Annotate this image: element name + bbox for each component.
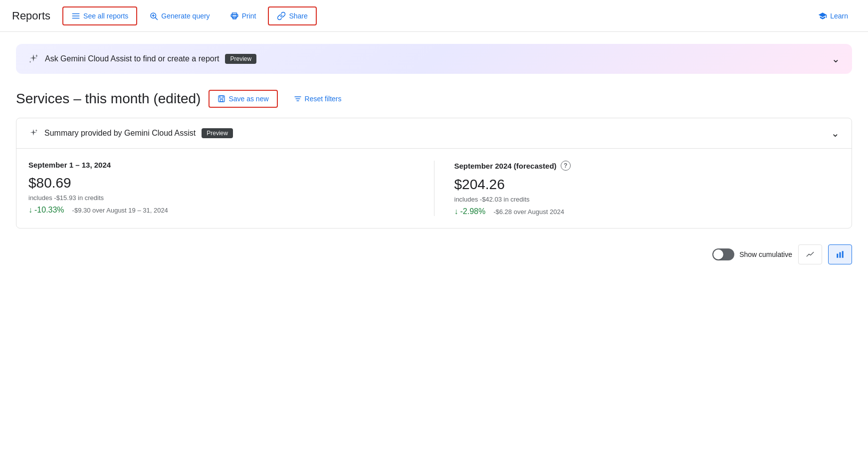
reset-filters-label: Reset filters	[305, 95, 342, 103]
gemini-banner-chevron[interactable]: ⌄	[832, 53, 840, 65]
learn-icon	[818, 11, 827, 20]
summary-amount-2: $204.26	[454, 177, 840, 193]
generate-query-label: Generate query	[161, 12, 210, 20]
search-query-icon	[149, 11, 158, 20]
svg-line-4	[156, 17, 158, 19]
summary-change-pct-1: ↓ -10.33%	[28, 206, 64, 215]
summary-amount-1: $80.69	[28, 175, 414, 191]
change-pct-value-1: -10.33%	[34, 206, 64, 215]
svg-rect-10	[220, 96, 223, 98]
main-content: Ask Gemini Cloud Assist to find or creat…	[0, 32, 868, 280]
summary-card-badge: Preview	[202, 128, 233, 138]
summary-credits-1: includes -$15.93 in credits	[28, 194, 414, 202]
summary-change-detail-1: -$9.30 over August 19 – 31, 2024	[72, 206, 168, 214]
gemini-banner-content: Ask Gemini Cloud Assist to find or creat…	[28, 53, 256, 64]
summary-card-header[interactable]: Summary provided by Gemini Cloud Assist …	[16, 118, 852, 149]
down-arrow-icon-1: ↓	[28, 206, 32, 215]
gemini-banner-badge: Preview	[225, 54, 256, 64]
line-chart-button[interactable]	[798, 244, 822, 264]
bar-chart-icon	[836, 250, 845, 259]
share-label: Share	[289, 12, 307, 20]
summary-period-2: September 2024 (forecasted) ?	[454, 161, 840, 171]
gemini-banner[interactable]: Ask Gemini Cloud Assist to find or creat…	[16, 44, 852, 74]
summary-period-1: September 1 – 13, 2024	[28, 161, 414, 169]
down-arrow-icon-2: ↓	[454, 207, 458, 216]
summary-change-pct-2: ↓ -2.98%	[454, 207, 486, 216]
show-cumulative-toggle[interactable]	[712, 248, 734, 260]
show-cumulative-label: Show cumulative	[739, 250, 792, 258]
page-title: Reports	[12, 9, 50, 22]
bottom-controls: Show cumulative	[16, 240, 852, 268]
report-header: Services – this month (edited) Save as n…	[16, 90, 852, 108]
share-button[interactable]: Share	[268, 6, 316, 25]
see-all-reports-button[interactable]: See all reports	[62, 6, 137, 25]
top-nav: Reports See all reports Generate query P…	[0, 0, 868, 32]
reset-filters-button[interactable]: Reset filters	[286, 91, 350, 107]
line-chart-icon	[806, 250, 815, 259]
svg-rect-15	[837, 254, 838, 258]
see-all-reports-label: See all reports	[83, 12, 128, 20]
generate-query-button[interactable]: Generate query	[141, 7, 217, 24]
report-title: Services – this month (edited)	[16, 91, 201, 107]
print-label: Print	[242, 12, 256, 20]
summary-change-row-1: ↓ -10.33% -$9.30 over August 19 – 31, 20…	[28, 206, 414, 215]
summary-change-detail-2: -$6.28 over August 2024	[493, 207, 564, 216]
help-icon[interactable]: ?	[561, 161, 571, 171]
summary-card-title: Summary provided by Gemini Cloud Assist	[44, 129, 196, 138]
learn-button[interactable]: Learn	[810, 7, 856, 24]
summary-section-2: September 2024 (forecasted) ? $204.26 in…	[434, 161, 840, 216]
gemini-sparkle-icon-2	[28, 128, 38, 138]
summary-card-chevron[interactable]: ⌄	[831, 127, 840, 139]
summary-card: Summary provided by Gemini Cloud Assist …	[16, 118, 852, 229]
filter-icon	[294, 95, 302, 103]
print-icon	[230, 11, 239, 20]
toggle-thumb	[713, 249, 723, 259]
learn-label: Learn	[830, 12, 848, 20]
summary-period-2-text: September 2024 (forecasted)	[454, 162, 557, 170]
svg-rect-16	[840, 252, 841, 258]
share-icon	[277, 11, 286, 20]
bar-chart-button[interactable]	[828, 244, 852, 264]
summary-credits-2: includes -$42.03 in credits	[454, 196, 840, 203]
show-cumulative-container: Show cumulative	[712, 248, 792, 260]
svg-rect-9	[218, 96, 224, 102]
summary-card-header-content: Summary provided by Gemini Cloud Assist …	[28, 128, 233, 138]
change-detail-text-1: -$9.30 over August 19 – 31, 2024	[72, 207, 168, 214]
save-as-new-button[interactable]: Save as new	[209, 90, 277, 108]
change-pct-value-2: -2.98%	[460, 207, 486, 216]
print-button[interactable]: Print	[222, 7, 264, 24]
svg-rect-17	[842, 251, 844, 258]
save-as-new-label: Save as new	[228, 95, 268, 103]
list-icon	[71, 11, 80, 20]
gemini-sparkle-icon	[28, 53, 39, 64]
summary-change-row-2: ↓ -2.98% -$6.28 over August 2024	[454, 207, 840, 216]
change-detail-text-2: -$6.28 over August 2024	[493, 208, 564, 216]
svg-rect-11	[220, 99, 223, 101]
gemini-banner-text: Ask Gemini Cloud Assist to find or creat…	[45, 54, 219, 63]
summary-card-body: September 1 – 13, 2024 $80.69 includes -…	[16, 149, 852, 228]
save-icon	[217, 95, 225, 103]
summary-section-1: September 1 – 13, 2024 $80.69 includes -…	[28, 161, 434, 216]
